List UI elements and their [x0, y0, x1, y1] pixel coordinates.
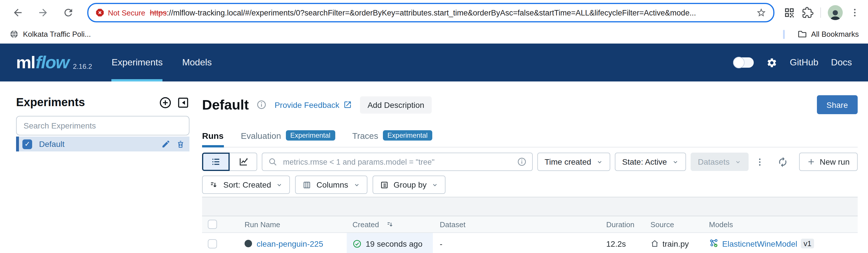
model-link[interactable]: ElasticnetWineModel: [722, 239, 797, 248]
nav-models[interactable]: Models: [182, 43, 212, 82]
run-duration: 12.2s: [606, 239, 650, 248]
run-created-time: 19 seconds ago: [366, 239, 423, 248]
tab-traces[interactable]: TracesExperimental: [352, 130, 432, 148]
tab-runs[interactable]: Runs: [202, 131, 224, 148]
registered-model-icon: [709, 239, 719, 248]
experiment-checkbox-checked[interactable]: ✓: [22, 139, 32, 149]
row-checkbox[interactable]: [208, 239, 217, 248]
dangerous-icon: [95, 8, 104, 17]
sidebar-item-default[interactable]: ✓ Default: [16, 136, 189, 152]
home-icon: [650, 239, 659, 248]
search-info-icon[interactable]: [517, 157, 526, 166]
run-name-link[interactable]: clean-penguin-225: [257, 239, 323, 248]
more-options-icon[interactable]: [753, 155, 767, 169]
all-bookmarks-label: All Bookmarks: [811, 30, 859, 38]
gear-icon[interactable]: [766, 57, 777, 68]
tab-evaluation[interactable]: EvaluationExperimental: [241, 130, 335, 148]
column-header-created[interactable]: Created: [347, 216, 433, 232]
group-by-icon: [380, 181, 389, 189]
sort-desc-icon: [386, 221, 394, 228]
logo-flow-text: flow: [36, 52, 69, 73]
state-filter-dropdown[interactable]: State: Active: [615, 153, 686, 171]
time-created-dropdown[interactable]: Time created: [537, 153, 610, 171]
toolbar-divider: [820, 7, 821, 18]
content-area: Experiments ✓ Default Defaul: [0, 82, 868, 253]
column-header-models[interactable]: Models: [709, 220, 858, 229]
page-title: Default: [202, 97, 249, 113]
column-header-duration[interactable]: Duration: [606, 220, 650, 229]
chevron-down-icon: [672, 159, 678, 165]
column-header-source[interactable]: Source: [650, 220, 709, 229]
share-button[interactable]: Share: [817, 95, 858, 114]
nav-experiments[interactable]: Experiments: [112, 43, 163, 82]
edit-experiment-icon[interactable]: [161, 139, 170, 149]
chart-view-button[interactable]: [229, 153, 257, 171]
folder-icon: [797, 29, 807, 39]
view-mode-switcher: [202, 153, 257, 171]
reload-icon[interactable]: [59, 3, 78, 22]
column-header-dataset[interactable]: Dataset: [433, 220, 606, 229]
qr-code-icon[interactable]: [784, 7, 795, 18]
search-icon: [268, 157, 277, 166]
bookmark-star-icon[interactable]: [756, 7, 766, 18]
sort-dropdown[interactable]: Sort: Created: [202, 176, 290, 194]
model-version-badge[interactable]: v1: [801, 239, 814, 248]
add-description-button[interactable]: Add Description: [360, 96, 432, 113]
sidebar-item-label[interactable]: Default: [39, 139, 154, 149]
extensions-icon[interactable]: [802, 7, 813, 18]
new-experiment-icon[interactable]: [159, 96, 172, 109]
refresh-icon[interactable]: [776, 155, 790, 169]
mlflow-header: ml flow 2.16.2 Experiments Models GitHub…: [0, 43, 868, 82]
not-secure-chip[interactable]: Not Secure: [95, 8, 145, 17]
bookmark-item[interactable]: Kolkata Traffic Poli...: [9, 29, 91, 39]
chart-view-icon: [238, 157, 248, 167]
select-all-checkbox[interactable]: [208, 220, 217, 229]
bookmarks-divider: [783, 30, 785, 39]
plus-icon: [807, 158, 815, 166]
forward-icon[interactable]: [33, 3, 53, 22]
back-icon[interactable]: [8, 3, 28, 22]
runs-toolbar-secondary: Sort: Created Columns Group by: [202, 176, 858, 194]
chevron-down-icon: [432, 182, 438, 188]
datasets-dropdown[interactable]: Datasets: [690, 153, 749, 171]
list-view-button[interactable]: [202, 153, 229, 171]
new-run-button[interactable]: New run: [799, 153, 858, 171]
version-label: 2.16.2: [73, 63, 92, 70]
profile-avatar[interactable]: [828, 5, 843, 20]
table-row[interactable]: clean-penguin-225 19 seconds ago - 12.2s…: [202, 233, 858, 253]
columns-icon: [303, 181, 311, 189]
header-actions: GitHub Docs: [733, 43, 852, 82]
columns-dropdown[interactable]: Columns: [296, 176, 367, 194]
mlflow-logo[interactable]: ml flow 2.16.2: [16, 43, 92, 82]
search-experiments-input[interactable]: [16, 116, 189, 135]
list-view-icon: [211, 157, 221, 167]
provide-feedback-link[interactable]: Provide Feedback: [275, 100, 352, 109]
runs-search-box[interactable]: [262, 153, 532, 171]
delete-experiment-icon[interactable]: [176, 140, 185, 148]
github-link[interactable]: GitHub: [790, 57, 818, 68]
browser-menu-icon[interactable]: [849, 7, 860, 18]
collapse-sidebar-icon[interactable]: [177, 96, 189, 109]
group-by-dropdown[interactable]: Group by: [372, 176, 445, 194]
column-header-run-name[interactable]: Run Name: [245, 220, 347, 229]
runs-search-input[interactable]: [282, 157, 513, 167]
url-bar[interactable]: Not Secure https://mlflow-tracking.local…: [87, 3, 774, 22]
sidebar-title: Experiments: [16, 96, 85, 109]
all-bookmarks-button[interactable]: All Bookmarks: [797, 29, 859, 39]
external-link-icon: [343, 100, 352, 109]
bookmarks-bar: Kolkata Traffic Poli... All Bookmarks: [0, 25, 868, 43]
header-nav: Experiments Models: [112, 43, 212, 82]
info-icon[interactable]: [257, 100, 267, 109]
run-source[interactable]: train.py: [662, 239, 689, 248]
table-top-band: [202, 197, 858, 216]
experimental-badge: Experimental: [286, 130, 335, 140]
feedback-label: Provide Feedback: [275, 100, 340, 109]
runs-table-header: Run Name Created Dataset Duration Source…: [202, 216, 858, 233]
url-rest: ://mlflow-tracking.local/#/experiments/0…: [167, 8, 696, 17]
url-text[interactable]: https://mlflow-tracking.local/#/experime…: [150, 8, 751, 17]
run-status-dot: [245, 240, 252, 247]
sort-icon: [210, 181, 218, 189]
docs-link[interactable]: Docs: [831, 57, 852, 68]
browser-window: Not Secure https://mlflow-tracking.local…: [0, 0, 868, 253]
theme-toggle[interactable]: [733, 57, 754, 68]
